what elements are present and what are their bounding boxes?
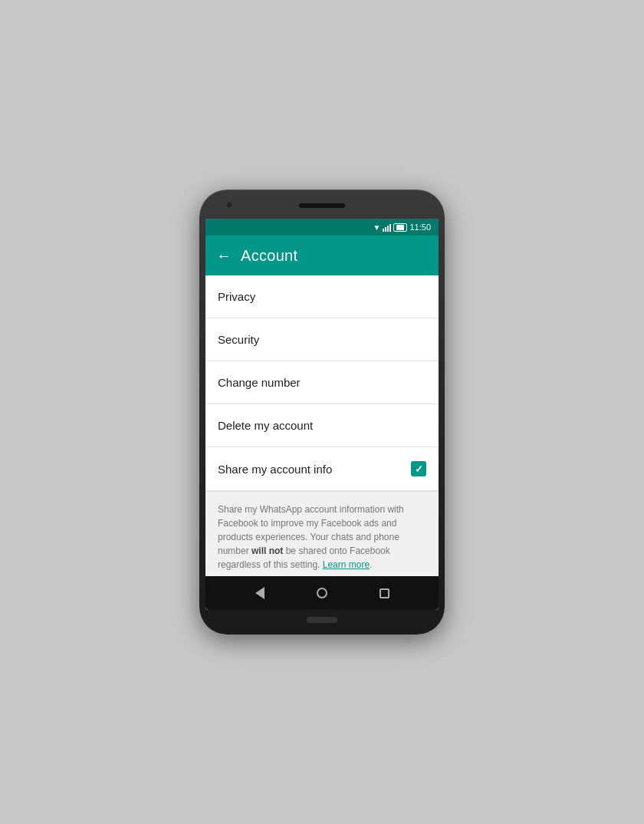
menu-item-change-number[interactable]: Change number — [205, 361, 439, 404]
recents-nav-icon — [380, 588, 389, 598]
phone-device: ▼ 11:50 ← Account — [199, 190, 445, 634]
page-title: Account — [241, 247, 297, 265]
menu-item-privacy[interactable]: Privacy — [205, 275, 439, 318]
phone-top-bar — [205, 197, 439, 219]
recents-nav-button[interactable] — [373, 582, 395, 604]
phone-home-hardware-button — [307, 617, 337, 623]
battery-icon — [393, 223, 407, 232]
menu-item-delete-account[interactable]: Delete my account — [205, 404, 439, 447]
phone-speaker — [299, 203, 345, 208]
phone-screen: ▼ 11:50 ← Account — [205, 219, 439, 610]
menu-item-share-info-label: Share my account info — [218, 463, 332, 476]
nav-bar — [205, 576, 439, 610]
status-time: 11:50 — [409, 222, 431, 232]
menu-list: Privacy Security Change number Delete my… — [205, 275, 439, 576]
wifi-icon: ▼ — [373, 223, 381, 232]
back-nav-icon — [255, 587, 264, 599]
signal-icon — [383, 222, 391, 232]
info-text-end: . — [370, 559, 372, 570]
menu-item-delete-account-label: Delete my account — [218, 419, 313, 432]
phone-camera — [226, 202, 232, 208]
info-text-bold: will not — [251, 545, 283, 556]
phone-bottom-outside — [205, 610, 439, 627]
home-nav-icon — [317, 588, 327, 598]
info-text: Share my WhatsApp account information wi… — [218, 503, 426, 572]
menu-item-privacy-label: Privacy — [218, 290, 255, 303]
home-nav-button[interactable] — [311, 582, 333, 604]
menu-item-security[interactable]: Security — [205, 318, 439, 361]
share-info-checkbox[interactable] — [411, 461, 426, 476]
app-header: ← Account — [205, 236, 439, 275]
menu-item-share-info[interactable]: Share my account info — [205, 447, 439, 491]
menu-item-security-label: Security — [218, 333, 259, 346]
status-icons: ▼ 11:50 — [373, 222, 431, 232]
back-nav-button[interactable] — [249, 582, 271, 604]
info-section: Share my WhatsApp account information wi… — [205, 491, 439, 576]
back-button[interactable]: ← — [216, 247, 232, 265]
menu-item-change-number-label: Change number — [218, 376, 301, 389]
status-bar: ▼ 11:50 — [205, 219, 439, 236]
learn-more-link[interactable]: Learn more — [323, 559, 370, 570]
